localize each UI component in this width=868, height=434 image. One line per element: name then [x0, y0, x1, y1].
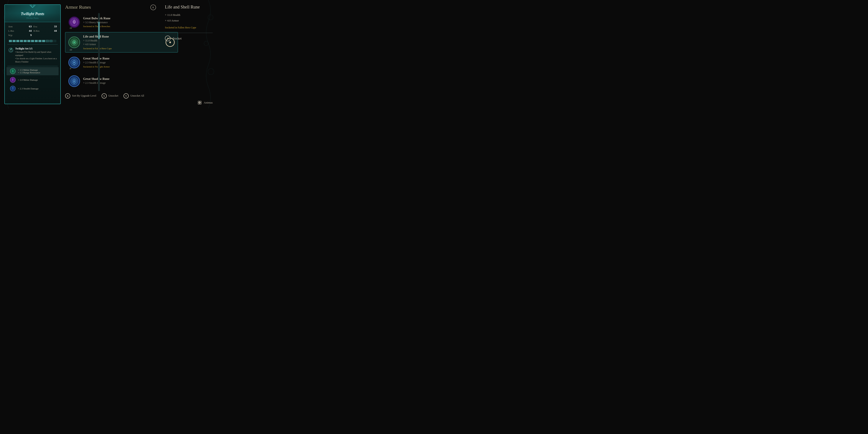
rune-slot-icon: ᚠ	[10, 77, 16, 83]
rune-item-bulwark[interactable]: Great Bulwark Rune + 3.3 Heavy Resistanc…	[65, 13, 178, 31]
rune-socketed: Socketed in Thor's Breeches	[83, 25, 175, 28]
stat-lres: L-Res 44	[8, 29, 32, 33]
rune-item-shadow-2[interactable]: Great Shadow Rune + 2.3 Stealth Damage	[65, 72, 178, 90]
stat-eva-value: 33	[54, 25, 57, 28]
rune-socketed: Socketed in Twilight Armor	[83, 65, 175, 68]
svg-text:R: R	[152, 6, 154, 9]
set-name: Twilight Set 5/5	[15, 47, 57, 50]
x-button: X	[101, 93, 107, 98]
upgrade-pip	[50, 40, 53, 42]
stat-hres-value: 44	[54, 29, 57, 33]
stat-lres-label: L-Res	[8, 30, 14, 32]
scrollbar[interactable]	[98, 13, 100, 91]
set-icon	[8, 48, 13, 53]
item-card-header: Twilight Pants Divine Pants	[5, 5, 60, 22]
r-button-label: R	[67, 95, 69, 97]
r-button: R	[65, 93, 70, 98]
rune-item-life-shell[interactable]: Life and Shell Rune + 11.0 Health+ 4.0 A…	[65, 32, 178, 53]
right-panel: Life and Shell Rune + 11.0 Health + 4.0 …	[165, 4, 213, 41]
section-title: Armor Runes	[65, 4, 178, 10]
a-button-label: A	[167, 37, 169, 40]
shadow-rune-svg-2	[70, 77, 78, 85]
stat-lres-value: 44	[29, 29, 32, 33]
rune-stats: + 3.3 Heavy Resistance	[83, 21, 175, 24]
sort-control[interactable]: R Sort By Upgrade Level	[65, 93, 96, 98]
a-button: A	[165, 36, 170, 41]
upgrade-pip	[46, 40, 49, 42]
stat-eva-label: Eva	[33, 25, 37, 28]
rune-slot-text: + 2.0 Melee Damage	[18, 79, 38, 81]
y-button: Y	[123, 93, 129, 98]
upgrade-pip	[35, 40, 38, 42]
detail-title: Life and Shell Rune	[165, 4, 213, 9]
stat-arm-label: Arm	[8, 25, 12, 28]
upgrade-pip	[24, 40, 27, 42]
y-button-label: Y	[125, 95, 127, 97]
socket-button[interactable]: A Socket	[165, 36, 213, 41]
item-rune-slot-2[interactable]: ᚠ + 2.0 Melee Damage	[6, 76, 59, 84]
rune-name: Great Bulwark Rune	[83, 17, 175, 20]
rune-icon-bulwark	[68, 16, 80, 28]
svg-rect-24	[200, 101, 201, 102]
upgrade-pip	[9, 40, 12, 42]
shadow-rune-svg-1	[70, 59, 78, 66]
upgrade-pip	[27, 40, 30, 42]
set-bonus-item: Increase Fire Build-Up and Speed when eq…	[15, 50, 57, 57]
stat-wgt: Wgt 9	[8, 33, 32, 37]
unsocket-label: Unsocket	[108, 94, 118, 97]
upgrade-pip	[31, 40, 34, 42]
rune-name: Great Shadow Rune	[83, 57, 175, 60]
svg-point-20	[74, 81, 75, 82]
socket-label: Socket	[173, 37, 182, 40]
stat-eva: Eva 33	[33, 25, 57, 28]
stat-arm: Arm 63	[8, 25, 32, 28]
top-right-r-button[interactable]: R	[150, 4, 156, 10]
item-rune-slot-3[interactable]: ᛉ + 2.3 Stealth Damage	[6, 85, 59, 93]
scrollbar-thumb[interactable]	[98, 22, 100, 39]
life-shell-rune-svg	[70, 38, 78, 46]
animus-label: Animus	[204, 101, 213, 104]
item-card: Twilight Pants Divine Pants Arm 63 Eva 3…	[4, 4, 61, 104]
rune-selector-dot	[169, 41, 171, 43]
stat-hres-label: H-Res	[33, 30, 39, 32]
set-bonus-item: Ice shards on a Light Finisher. Lava bur…	[15, 57, 57, 63]
x-button-label: X	[103, 95, 105, 97]
rune-info-life-shell: Life and Shell Rune + 11.0 Health+ 4.0 A…	[83, 35, 162, 50]
rune-slot-icon: ᛉ	[10, 86, 16, 91]
rune-stats: + 2.3 Stealth Damage	[83, 61, 175, 64]
upgrade-pip	[53, 40, 56, 42]
item-rune-slot-1[interactable]: ᚱ + 1.5 Melee Damage+ 1.5 Range Resistan…	[6, 67, 59, 75]
upgrade-pip	[42, 40, 45, 42]
bottom-controls: R Sort By Upgrade Level X Unsocket Y Uns…	[65, 93, 178, 98]
rune-icon-shadow-1	[68, 57, 80, 68]
animus-badge: Animus	[197, 100, 213, 105]
stat-arm-value: 63	[29, 25, 32, 28]
sort-label: Sort By Upgrade Level	[72, 94, 96, 97]
stat-hres: H-Res 44	[33, 29, 57, 33]
rune-item-shadow-1[interactable]: Great Shadow Rune + 2.3 Stealth Damage S…	[65, 54, 178, 71]
svg-rect-26	[200, 103, 201, 104]
svg-rect-25	[198, 103, 199, 104]
svg-point-4	[204, 41, 208, 45]
upgrade-bar	[5, 39, 60, 43]
rune-name: Great Shadow Rune	[83, 77, 175, 81]
unsocket-all-control[interactable]: Y Unsocket All	[123, 93, 144, 98]
rune-slot-text: + 1.5 Melee Damage+ 1.5 Range Resistance	[18, 69, 40, 74]
rune-info-shadow-1: Great Shadow Rune + 2.3 Stealth Damage S…	[83, 57, 175, 68]
detail-divider	[165, 33, 213, 33]
rune-info-bulwark: Great Bulwark Rune + 3.3 Heavy Resistanc…	[83, 17, 175, 28]
rune-icon-life-shell	[68, 36, 80, 48]
svg-point-14	[73, 42, 75, 43]
rune-info-shadow-2: Great Shadow Rune + 2.3 Stealth Damage	[83, 77, 175, 85]
upgrade-pip	[20, 40, 23, 42]
rune-stats: + 11.0 Health+ 4.0 Armor	[83, 39, 162, 46]
unsocket-control[interactable]: X Unsocket	[101, 93, 118, 98]
rune-tier: III	[70, 49, 72, 51]
rune-socketed: Socketed in Fallen Hero Cape	[83, 47, 162, 50]
upgrade-pip	[12, 40, 16, 42]
rune-slot-icon: ᚱ	[10, 68, 16, 74]
svg-point-5	[208, 69, 214, 75]
r-circle-icon: R	[150, 4, 156, 10]
rune-slot-text: + 2.3 Stealth Damage	[18, 87, 38, 90]
set-bonus: Twilight Set 5/5 Increase Fire Build-Up …	[5, 45, 60, 65]
